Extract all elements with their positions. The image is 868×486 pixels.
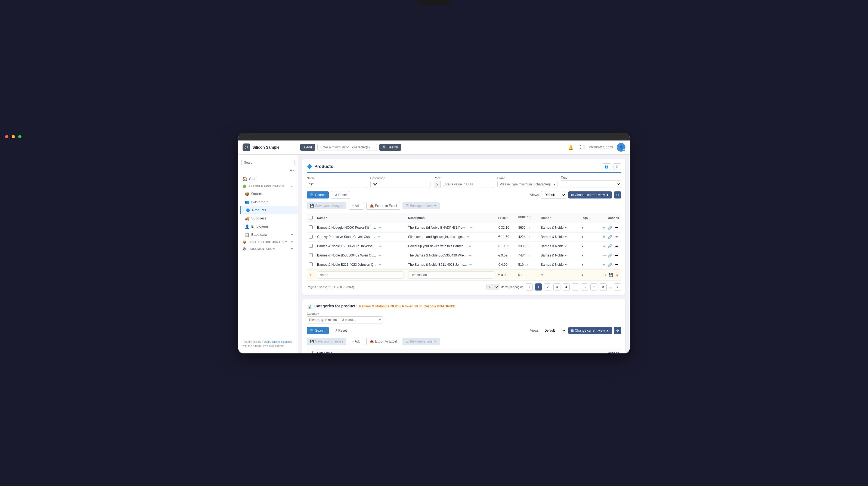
page-7-btn[interactable]: 7 — [590, 283, 597, 290]
filter-description-input[interactable] — [370, 181, 431, 188]
edit-desc-btn-1[interactable]: ✏ — [467, 235, 470, 239]
categories-table-icon: ⊞ — [571, 328, 574, 333]
categories-product-link[interactable]: Barnes & Nobqqle NOOK Power Kit in Carbo… — [359, 304, 456, 308]
docs-icon: 📚 — [243, 247, 246, 251]
home-icon: 🏠 — [243, 177, 247, 181]
new-desc-input[interactable] — [408, 271, 494, 279]
row-edit-btn-0[interactable]: ✏ — [602, 225, 606, 230]
edit-name-btn-4[interactable]: ✏ — [378, 262, 382, 267]
edit-name-btn-1[interactable]: ✏ — [377, 235, 381, 239]
sidebar-search-input[interactable] — [242, 159, 294, 166]
categories-settings-icon-btn[interactable]: ⊙ — [614, 327, 621, 334]
categories-reset-button[interactable]: ↺ Reset — [331, 327, 350, 334]
sidebar-section-example[interactable]: 🟢 Example application ▲ — [238, 183, 298, 190]
categories-bulk-ops-button[interactable]: ☰ Bulk operations ▼ — [402, 338, 440, 345]
categories-search-button[interactable]: 🔍 Search — [307, 327, 329, 334]
row-perm-btn-0[interactable]: 🔗 — [607, 225, 613, 230]
edit-name-btn-2[interactable]: ✏ — [379, 244, 382, 249]
filter-tags-select[interactable] — [561, 180, 621, 188]
category-filter-input[interactable] — [307, 316, 383, 323]
page-6-btn[interactable]: 6 — [581, 283, 588, 290]
row-checkbox-4[interactable] — [309, 262, 313, 266]
edit-desc-btn-4[interactable]: ✏ — [469, 262, 472, 267]
sidebar-item-products[interactable]: 🔷 Products — [240, 206, 298, 214]
sidebar-expand-btn[interactable]: ‹ — [293, 168, 294, 173]
sidebar-item-suppliers[interactable]: 🚚 Suppliers — [240, 214, 298, 223]
categories-add-button[interactable]: + Add — [349, 338, 364, 345]
products-settings-icon-btn[interactable]: ⊙ — [614, 192, 621, 199]
row-more-btn-0[interactable]: ••• — [614, 225, 619, 230]
products-group-btn[interactable]: 👥 — [602, 163, 611, 170]
page-4-btn[interactable]: 4 — [563, 283, 570, 290]
row-more-btn-2[interactable]: ••• — [614, 244, 619, 249]
page-8-btn[interactable]: 8 — [599, 283, 607, 290]
sidebar-item-base-data[interactable]: 📋 Base data ▼ — [240, 231, 298, 239]
new-row-save-prod-btn[interactable]: 💾 — [608, 272, 614, 278]
products-search-button[interactable]: 🔍 Search — [307, 192, 329, 199]
edit-desc-btn-3[interactable]: ✏ — [468, 253, 472, 258]
datetime-display: 09/10/2024, 10:27 — [589, 146, 614, 149]
page-1-btn[interactable]: 1 — [535, 283, 542, 290]
new-row-add-prod-btn[interactable]: + — [604, 272, 607, 278]
edit-desc-btn-2[interactable]: ✏ — [468, 244, 472, 249]
filter-brand-input[interactable] — [497, 181, 558, 188]
products-settings-btn[interactable]: ⚙ — [613, 163, 621, 170]
sidebar-item-customers[interactable]: 👥 Customers — [240, 198, 298, 206]
top-search-button[interactable]: 🔍 Search — [379, 144, 401, 151]
categories-export-button[interactable]: 📥 Export to Excel — [366, 338, 401, 345]
notifications-button[interactable]: 🔔 — [566, 144, 575, 151]
products-reset-button[interactable]: ↺ Reset — [331, 191, 350, 199]
cat-select-all-checkbox[interactable] — [309, 351, 313, 353]
categories-change-view-button[interactable]: ⊞ Change current view ▼ — [568, 327, 612, 334]
edit-name-btn-3[interactable]: ✏ — [378, 253, 381, 258]
row-edit-btn-1[interactable]: ✏ — [602, 234, 606, 239]
row-more-btn-4[interactable]: ••• — [614, 262, 619, 267]
page-5-btn[interactable]: 5 — [572, 283, 579, 290]
next-page-btn[interactable]: › — [614, 283, 621, 290]
new-name-input[interactable] — [317, 271, 404, 279]
save-changes-button[interactable]: 💾 Save your changes — [307, 202, 346, 209]
row-perm-btn-4[interactable]: 🔗 — [607, 262, 613, 267]
edit-desc-btn-0[interactable]: ✏ — [469, 225, 473, 230]
products-per-page-select[interactable]: 51025 — [487, 284, 499, 290]
products-export-button[interactable]: 📥 Export to Excel — [366, 202, 401, 210]
sidebar-section-docs[interactable]: 📚 Documentation ▼ — [238, 246, 298, 252]
fullscreen-button[interactable]: ⛶ — [579, 144, 586, 151]
row-more-btn-3[interactable]: ••• — [614, 253, 619, 258]
row-edit-btn-4[interactable]: ✏ — [602, 262, 606, 267]
page-2-btn[interactable]: 2 — [544, 283, 551, 290]
row-edit-btn-3[interactable]: ✏ — [602, 253, 606, 258]
row-edit-btn-2[interactable]: ✏ — [602, 244, 606, 249]
filter-name-input[interactable] — [307, 181, 367, 188]
sidebar-item-orders[interactable]: 📦 Orders — [240, 190, 298, 198]
row-checkbox-3[interactable] — [309, 253, 313, 257]
new-row-undo-prod-btn[interactable]: ↺ — [615, 272, 619, 278]
sidebar-section-default[interactable]: 📦 Default functionality ▼ — [238, 239, 298, 246]
filter-price-input[interactable] — [440, 181, 494, 188]
views-select[interactable]: Default — [541, 191, 566, 199]
select-all-checkbox[interactable] — [309, 216, 313, 220]
prev-page-btn[interactable]: ‹ — [526, 283, 533, 290]
add-button[interactable]: + Add — [300, 144, 315, 151]
row-perm-btn-3[interactable]: 🔗 — [607, 253, 613, 258]
top-search-input[interactable] — [317, 144, 377, 151]
row-more-btn-1[interactable]: ••• — [614, 234, 619, 239]
products-add-button[interactable]: + Add — [349, 202, 364, 210]
sidebar-item-employees[interactable]: 👤 Employees — [240, 223, 298, 231]
footer-link[interactable]: Fenêtre Online Solutions — [262, 340, 292, 343]
row-checkbox-1[interactable] — [309, 235, 313, 238]
categories-save-button[interactable]: 💾 Save your changes — [307, 338, 346, 345]
categories-views-select[interactable]: Default — [541, 327, 566, 334]
cat-col-category: Category * — [315, 348, 534, 353]
page-3-btn[interactable]: 3 — [553, 283, 560, 290]
products-table-row: Groovy Protective Stand Cover: Custo... … — [307, 232, 621, 241]
sidebar-collapse-btn[interactable]: ≡ — [290, 168, 292, 173]
row-perm-btn-2[interactable]: 🔗 — [607, 244, 613, 249]
sidebar-item-start[interactable]: 🏠 Start — [238, 175, 298, 183]
row-perm-btn-1[interactable]: 🔗 — [607, 234, 613, 239]
change-view-button[interactable]: ⊞ Change current view ▼ — [568, 192, 612, 199]
row-checkbox-0[interactable] — [309, 225, 313, 229]
row-checkbox-2[interactable] — [309, 244, 313, 248]
edit-name-btn-0[interactable]: ✏ — [378, 225, 381, 230]
bulk-ops-button[interactable]: ☰ Bulk operations ▼ — [402, 202, 440, 209]
